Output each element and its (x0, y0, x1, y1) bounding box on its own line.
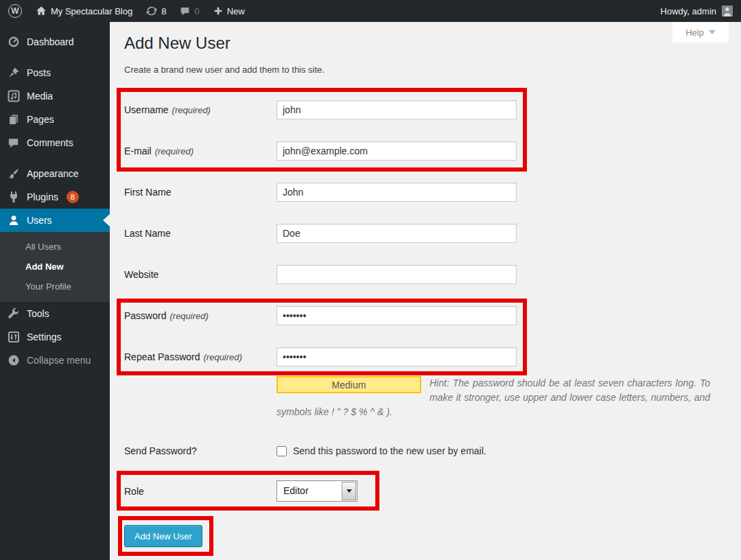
send-password-text: Send this password to the new user by em… (293, 445, 486, 456)
chevron-down-icon (346, 489, 352, 493)
comments-indicator[interactable]: 0 (173, 0, 206, 22)
select-dropdown-button[interactable] (342, 482, 356, 500)
dashboard-gauge-icon (6, 36, 21, 48)
admin-sidebar: Dashboard Posts Media Pages Comments App… (0, 22, 110, 560)
submenu-item-add-new[interactable]: Add New (0, 257, 110, 277)
email-input[interactable] (277, 141, 517, 161)
users-submenu: All Users Add New Your Profile (0, 232, 110, 302)
current-menu-arrow (103, 214, 110, 226)
admin-bar: W My Spectacular Blog 8 0 New Howdy, adm… (0, 0, 741, 22)
sidebar-item-plugins[interactable]: Plugins 8 (0, 185, 110, 209)
form-row-website: Website (124, 265, 517, 284)
sidebar-item-users[interactable]: Users (0, 209, 110, 232)
tools-wrench-icon (6, 307, 21, 320)
site-name-link[interactable]: My Spectacular Blog (29, 0, 139, 22)
plugins-update-badge: 8 (67, 191, 79, 203)
form-row-username: Username (required) (124, 100, 517, 119)
required-indicator: (required) (169, 311, 208, 321)
required-indicator: (required) (204, 352, 242, 362)
help-button[interactable]: Help (672, 22, 729, 43)
updates-count: 8 (161, 6, 166, 16)
password-strength-meter: Medium (277, 376, 421, 393)
form-row-first-name: First Name (124, 183, 517, 202)
sidebar-item-appearance[interactable]: Appearance (0, 162, 110, 185)
first-name-label: First Name (124, 187, 171, 198)
users-person-icon (6, 214, 21, 226)
website-label: Website (124, 269, 158, 280)
comments-bubble-icon (6, 137, 21, 149)
updates-indicator[interactable]: 8 (139, 0, 173, 22)
send-password-checkbox[interactable] (277, 446, 287, 456)
help-label: Help (685, 27, 704, 38)
page-title: Add New User (124, 34, 231, 53)
sidebar-item-media[interactable]: Media (0, 84, 110, 108)
password-label: Password (124, 310, 166, 321)
form-row-password: Password (required) (124, 306, 517, 325)
add-new-user-button[interactable]: Add New User (124, 525, 202, 547)
last-name-label: Last Name (124, 228, 171, 239)
updates-icon (146, 5, 157, 16)
role-label: Role (124, 486, 144, 497)
email-label: E-mail (124, 145, 152, 156)
role-select[interactable]: Editor (277, 480, 357, 502)
form-row-repeat-password: Repeat Password (required) (124, 347, 517, 366)
pages-icon (6, 113, 21, 126)
sidebar-item-posts[interactable]: Posts (0, 61, 110, 84)
avatar[interactable] (722, 5, 733, 16)
submenu-item-all-users[interactable]: All Users (0, 237, 110, 257)
sidebar-item-pages[interactable]: Pages (0, 108, 110, 131)
password-input[interactable] (277, 306, 517, 325)
form-row-submit: Add New User (124, 525, 202, 547)
form-row-last-name: Last Name (124, 224, 517, 243)
media-note-icon (6, 90, 21, 102)
form-row-send-password: Send Password? Send this password to the… (124, 443, 486, 458)
username-input[interactable] (277, 100, 517, 119)
main-content: Help Add New User Create a brand new use… (110, 22, 741, 560)
role-selected-value: Editor (283, 481, 309, 501)
form-row-email: E-mail (required) (124, 141, 517, 161)
send-password-label: Send Password? (124, 445, 197, 456)
website-input[interactable] (277, 265, 517, 284)
required-indicator: (required) (155, 146, 193, 156)
sidebar-item-tools[interactable]: Tools (0, 302, 110, 325)
username-label: Username (124, 104, 169, 115)
howdy-admin-link[interactable]: Howdy, admin (661, 6, 716, 16)
new-content-menu[interactable]: New (207, 0, 252, 22)
submenu-item-your-profile[interactable]: Your Profile (0, 277, 110, 296)
wp-logo-menu[interactable]: W (0, 0, 29, 22)
settings-sliders-icon (6, 331, 21, 343)
required-indicator: (required) (172, 105, 211, 115)
plus-icon (213, 6, 223, 16)
sidebar-item-collapse-menu[interactable]: Collapse menu (0, 349, 110, 372)
plugins-plug-icon (6, 191, 21, 203)
repeat-password-input[interactable] (277, 347, 517, 366)
form-row-role: Role Editor (124, 480, 357, 502)
password-strength-area: Medium Hint: The password should be at l… (277, 376, 710, 419)
repeat-password-label: Repeat Password (124, 351, 200, 362)
appearance-brush-icon (6, 167, 21, 180)
last-name-input[interactable] (277, 224, 517, 243)
home-icon (36, 5, 47, 16)
sidebar-item-dashboard[interactable]: Dashboard (0, 30, 110, 54)
pushpin-icon (6, 67, 21, 79)
page-subtitle: Create a brand new user and add them to … (124, 65, 325, 75)
chevron-down-icon (709, 30, 716, 34)
first-name-input[interactable] (277, 183, 517, 202)
sidebar-item-comments[interactable]: Comments (0, 131, 110, 154)
comments-bubble-icon (180, 6, 190, 16)
sidebar-item-settings[interactable]: Settings (0, 325, 110, 349)
wp-logo-icon: W (8, 4, 22, 18)
site-name-label: My Spectacular Blog (51, 6, 132, 16)
comments-count: 0 (194, 6, 199, 16)
new-label: New (227, 6, 245, 16)
collapse-arrow-icon (6, 354, 21, 366)
